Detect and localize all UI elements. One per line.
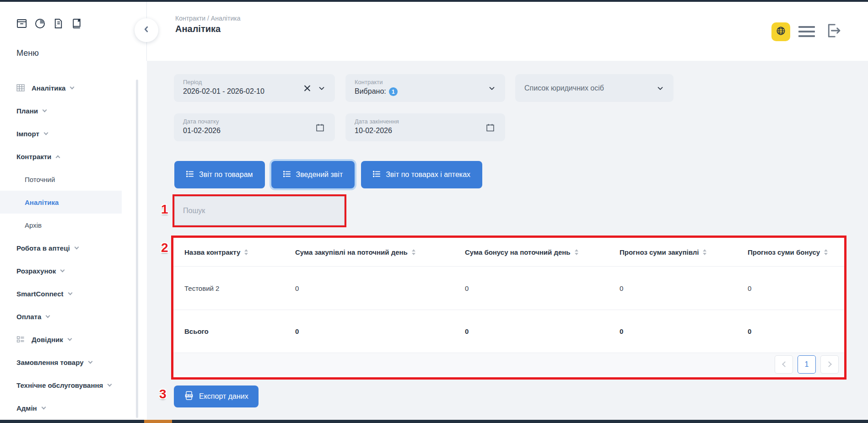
table-row[interactable]: Тестовий 2 0 0 0 0 [173,266,844,310]
svg-text:XLSX: XLSX [186,395,192,397]
chevron-down-icon [108,382,112,386]
sidebar-item-plans[interactable]: Плани [0,99,122,122]
sidebar-item-directory[interactable]: Довідник [0,328,122,351]
cell-contract-name: Тестовий 2 [173,267,284,310]
calendar-icon[interactable] [485,123,495,132]
page-title: Аналітика [175,24,221,34]
chevron-down-icon [46,313,50,318]
cell-total-purchase-today: 0 [284,310,454,353]
header-actions [771,21,842,42]
sidebar-quick-icons [16,17,83,30]
sidebar-collapse-button[interactable] [135,18,158,42]
pagination-next-button[interactable] [820,355,839,374]
sidebar-scrollbar[interactable] [136,80,138,418]
annotation-number-2: 2 [161,241,168,255]
logout-icon[interactable] [823,21,842,42]
sidebar-item-contracts[interactable]: Контракти [0,145,122,168]
search-input[interactable] [174,196,345,225]
column-header-purchase-today: Сума закупівлі на поточний день [284,238,454,266]
pie-chart-icon[interactable] [34,17,46,30]
list-icon [283,171,291,179]
sidebar-item-payment[interactable]: Оплата [0,305,122,328]
filter-date-end[interactable]: Дата закінчення 10-02-2026 [345,113,505,141]
sidebar-item-label: Адмін [16,404,37,412]
selected-count-badge: 1 [389,87,398,96]
report-buttons: Звіт по товарам Зведений звіт Звіт по то… [174,161,482,188]
sidebar-item-import[interactable]: Імпорт [0,122,122,145]
sidebar-item-smartconnect[interactable]: SmartConnect [0,282,122,305]
sidebar-item-goods-order[interactable]: Замовлення товару [0,351,122,374]
chevron-down-icon [43,130,48,135]
globe-icon [776,26,786,38]
sidebar-item-label: Розрахунок [16,267,56,275]
grid-icon [16,84,25,92]
chevron-down-icon [74,245,79,249]
list-icon [16,335,25,343]
table-footer: 1 [173,353,844,375]
sidebar-item-label: Робота в аптеці [16,244,70,252]
filter-date-start[interactable]: Дата початку 01-02-2026 [174,113,335,141]
chevron-left-icon [782,361,788,367]
report-goods-pharmacies-button[interactable]: Звіт по товарах і аптеках [361,161,482,188]
annotation-number-1: 1 [161,202,168,217]
sidebar-item-label: Оплата [16,313,41,321]
filter-label: Дата початку [183,118,326,125]
sidebar-item-label: Поточний [25,176,55,183]
list-icon [186,171,194,179]
annotation-box-table: Назва контракту Сума закупівлі на поточн… [171,236,846,380]
sidebar-item-label: Плани [16,107,38,115]
chevron-down-icon [88,359,92,364]
calendar-icon[interactable] [315,123,325,132]
report-by-goods-button[interactable]: Звіт по товарам [174,161,265,188]
sidebar-item-label: Технічне обслуговування [16,381,103,389]
column-header-purchase-forecast: Прогноз суми закупівлі [609,238,737,266]
chevron-down-icon[interactable] [318,84,326,92]
filter-label: Контракти [355,79,496,86]
clear-icon[interactable] [303,84,311,92]
sidebar-subitem-archive[interactable]: Архів [0,214,122,236]
pagination-page-1[interactable]: 1 [798,355,816,374]
sort-icon[interactable] [244,249,248,255]
xlsx-file-icon: XLSX [184,391,194,402]
chevron-right-icon [826,361,832,367]
chevron-down-icon [60,268,65,272]
archive-icon[interactable] [16,17,28,30]
sidebar-item-calculation[interactable]: Розрахунок [0,259,122,282]
pagination-prev-button[interactable] [775,355,793,374]
sort-icon[interactable] [575,249,578,255]
top-edge-bar [0,0,868,2]
sidebar-item-label: Аналітика [25,198,59,206]
filter-value: Вибрано:1 [355,87,496,96]
filter-period[interactable]: Період 2026-02-01 - 2026-02-10 [174,74,335,102]
sort-icon[interactable] [703,249,706,255]
sidebar-item-maintenance[interactable]: Технічне обслуговування [0,374,122,396]
language-button[interactable] [771,22,790,41]
cell-bonus-today: 0 [454,267,609,310]
cell-purchase-today: 0 [284,267,454,310]
sidebar-item-label: Аналітика [32,84,65,92]
filter-contracts[interactable]: Контракти Вибрано:1 [345,74,505,102]
cell-purchase-forecast: 0 [609,267,737,310]
menu-title: Меню [16,48,39,58]
summary-report-button[interactable]: Зведений звіт [271,161,355,188]
sidebar-subitem-analytics-active[interactable]: Аналітика [0,191,122,214]
sidebar-menu: Аналітика Плани Імпорт Контракти Поточни… [0,76,122,419]
sort-icon[interactable] [824,249,828,255]
chevron-down-icon[interactable] [656,84,664,92]
document-icon[interactable] [52,17,65,30]
sidebar-item-label: SmartConnect [16,290,64,298]
book-icon[interactable] [70,17,83,30]
sidebar-subitem-current[interactable]: Поточний [0,168,122,191]
hamburger-menu-icon[interactable] [798,26,815,37]
sidebar-item-analytics[interactable]: Аналітика [0,76,122,99]
breadcrumb[interactable]: Контракти / Аналітика [175,15,240,22]
sidebar-item-label: Імпорт [16,130,39,138]
export-data-button[interactable]: XLSX Експорт даних [174,386,259,407]
sort-icon[interactable] [412,249,415,255]
sidebar-item-admin[interactable]: Адмін [0,396,122,419]
chevron-up-icon [56,155,60,160]
sidebar-item-pharmacy-work[interactable]: Робота в аптеці [0,236,122,259]
chevron-down-icon[interactable] [488,84,496,92]
filter-legal-entities[interactable]: Список юридичних осіб [515,74,674,102]
sidebar-item-label: Довідник [32,336,63,343]
